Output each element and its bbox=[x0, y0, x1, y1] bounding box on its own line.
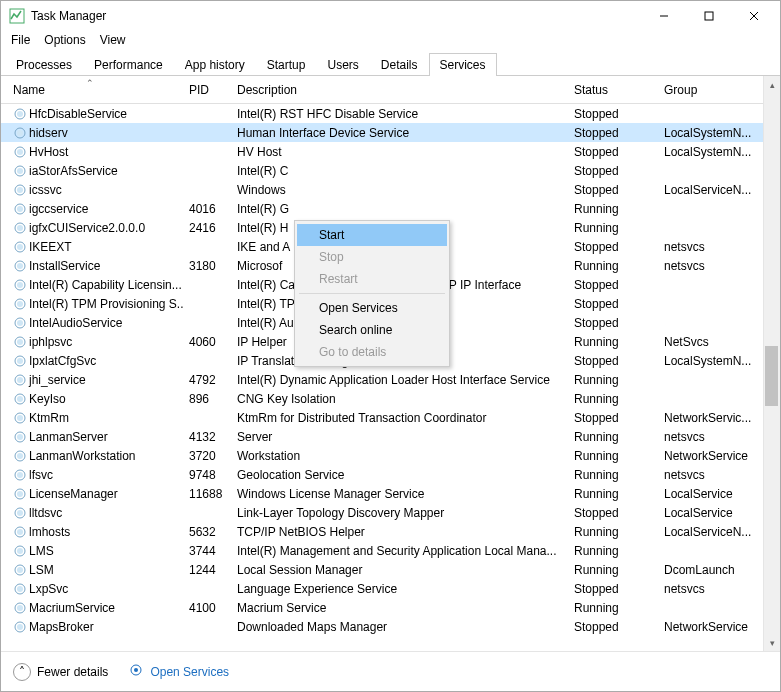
tab-services[interactable]: Services bbox=[429, 53, 497, 76]
service-name: LMS bbox=[29, 544, 54, 558]
tab-startup[interactable]: Startup bbox=[256, 53, 317, 76]
scroll-thumb[interactable] bbox=[765, 346, 778, 406]
service-name: igccservice bbox=[29, 202, 88, 216]
scroll-up-arrow[interactable]: ▴ bbox=[764, 76, 780, 93]
table-row[interactable]: MacriumService4100Macrium ServiceRunning bbox=[1, 598, 780, 617]
service-gear-icon bbox=[13, 297, 27, 311]
table-row[interactable]: KeyIso896CNG Key IsolationRunning bbox=[1, 389, 780, 408]
service-description: Macrium Service bbox=[231, 601, 568, 615]
table-row[interactable]: LxpSvcLanguage Experience ServiceStopped… bbox=[1, 579, 780, 598]
context-search-online[interactable]: Search online bbox=[297, 319, 447, 341]
service-gear-icon bbox=[13, 335, 27, 349]
table-row[interactable]: iaStorAfsServiceIntel(R) CStopped bbox=[1, 161, 780, 180]
service-group: netsvcs bbox=[658, 582, 768, 596]
service-pid: 4060 bbox=[183, 335, 231, 349]
table-row[interactable]: lfsvc9748Geolocation ServiceRunningnetsv… bbox=[1, 465, 780, 484]
service-name: IntelAudioService bbox=[29, 316, 122, 330]
table-row[interactable]: lltdsvcLink-Layer Topology Discovery Map… bbox=[1, 503, 780, 522]
open-services-label: Open Services bbox=[150, 665, 229, 679]
service-gear-icon bbox=[13, 221, 27, 235]
table-row[interactable]: KtmRmKtmRm for Distributed Transaction C… bbox=[1, 408, 780, 427]
service-gear-icon bbox=[13, 107, 27, 121]
open-services-link[interactable]: Open Services bbox=[128, 662, 229, 681]
menu-view[interactable]: View bbox=[100, 33, 126, 47]
minimize-button[interactable] bbox=[641, 2, 686, 30]
service-gear-icon bbox=[13, 354, 27, 368]
service-pid: 896 bbox=[183, 392, 231, 406]
table-row[interactable]: jhi_service4792Intel(R) Dynamic Applicat… bbox=[1, 370, 780, 389]
service-gear-icon bbox=[13, 430, 27, 444]
service-gear-icon bbox=[13, 449, 27, 463]
tab-details[interactable]: Details bbox=[370, 53, 429, 76]
table-row[interactable]: hidservHuman Interface Device ServiceSto… bbox=[1, 123, 780, 142]
service-status: Stopped bbox=[568, 240, 658, 254]
col-header-name[interactable]: Name bbox=[7, 83, 183, 97]
table-row[interactable]: icssvcWindowsStoppedLocalServiceN... bbox=[1, 180, 780, 199]
svg-point-44 bbox=[17, 472, 23, 478]
service-gear-icon bbox=[13, 278, 27, 292]
services-grid: ⌃ Name PID Description Status Group HfcD… bbox=[1, 76, 780, 651]
maximize-button[interactable] bbox=[686, 2, 731, 30]
service-pid: 4100 bbox=[183, 601, 231, 615]
svg-point-24 bbox=[17, 282, 23, 288]
service-status: Stopped bbox=[568, 316, 658, 330]
service-group: NetworkServic... bbox=[658, 411, 768, 425]
service-gear-icon bbox=[13, 525, 27, 539]
table-row[interactable]: HvHostHV HostStoppedLocalSystemN... bbox=[1, 142, 780, 161]
service-description: Windows bbox=[231, 183, 568, 197]
table-row[interactable]: lmhosts5632TCP/IP NetBIOS HelperRunningL… bbox=[1, 522, 780, 541]
service-name: LSM bbox=[29, 563, 54, 577]
service-group: netsvcs bbox=[658, 240, 768, 254]
service-description: Human Interface Device Service bbox=[231, 126, 568, 140]
tab-processes[interactable]: Processes bbox=[5, 53, 83, 76]
table-row[interactable]: LicenseManager11688Windows License Manag… bbox=[1, 484, 780, 503]
vertical-scrollbar[interactable]: ▴ ▾ bbox=[763, 76, 780, 651]
service-status: Running bbox=[568, 525, 658, 539]
scroll-down-arrow[interactable]: ▾ bbox=[764, 634, 780, 651]
service-gear-icon bbox=[13, 601, 27, 615]
service-status: Stopped bbox=[568, 506, 658, 520]
context-open-services[interactable]: Open Services bbox=[297, 297, 447, 319]
table-row[interactable]: LanmanServer4132ServerRunningnetsvcs bbox=[1, 427, 780, 446]
svg-point-36 bbox=[17, 396, 23, 402]
menu-options[interactable]: Options bbox=[44, 33, 85, 47]
table-row[interactable]: LanmanWorkstation3720WorkstationRunningN… bbox=[1, 446, 780, 465]
service-pid: 3720 bbox=[183, 449, 231, 463]
svg-point-46 bbox=[17, 491, 23, 497]
svg-rect-2 bbox=[705, 12, 713, 20]
service-pid: 2416 bbox=[183, 221, 231, 235]
service-gear-icon bbox=[13, 126, 27, 140]
table-row[interactable]: LMS3744Intel(R) Management and Security … bbox=[1, 541, 780, 560]
service-gear-icon bbox=[13, 506, 27, 520]
svg-point-50 bbox=[17, 529, 23, 535]
tab-app-history[interactable]: App history bbox=[174, 53, 256, 76]
service-name: LanmanServer bbox=[29, 430, 108, 444]
svg-point-54 bbox=[17, 567, 23, 573]
col-header-description[interactable]: Description bbox=[231, 83, 568, 97]
service-group: LocalServiceN... bbox=[658, 183, 768, 197]
table-row[interactable]: MapsBrokerDownloaded Maps ManagerStopped… bbox=[1, 617, 780, 636]
context-start[interactable]: Start bbox=[297, 224, 447, 246]
table-row[interactable]: HfcDisableServiceIntel(R) RST HFC Disabl… bbox=[1, 104, 780, 123]
col-header-pid[interactable]: PID bbox=[183, 83, 231, 97]
service-description: Intel(R) Management and Security Applica… bbox=[231, 544, 568, 558]
service-pid: 5632 bbox=[183, 525, 231, 539]
tab-users[interactable]: Users bbox=[316, 53, 369, 76]
table-row[interactable]: LSM1244Local Session ManagerRunningDcomL… bbox=[1, 560, 780, 579]
service-pid: 11688 bbox=[183, 487, 231, 501]
col-header-status[interactable]: Status bbox=[568, 83, 658, 97]
service-name: lmhosts bbox=[29, 525, 70, 539]
service-description: Intel(R) Dynamic Application Loader Host… bbox=[231, 373, 568, 387]
menu-file[interactable]: File bbox=[11, 33, 30, 47]
grid-header[interactable]: ⌃ Name PID Description Status Group bbox=[1, 76, 780, 104]
close-button[interactable] bbox=[731, 2, 776, 30]
table-row[interactable]: igccservice4016Intel(R) GRunning bbox=[1, 199, 780, 218]
task-manager-icon bbox=[9, 8, 25, 24]
col-header-group[interactable]: Group bbox=[658, 83, 768, 97]
service-gear-icon bbox=[13, 582, 27, 596]
svg-point-16 bbox=[17, 206, 23, 212]
fewer-details-link[interactable]: ˄ Fewer details bbox=[13, 663, 108, 681]
tab-performance[interactable]: Performance bbox=[83, 53, 174, 76]
service-description: Geolocation Service bbox=[231, 468, 568, 482]
service-description: Language Experience Service bbox=[231, 582, 568, 596]
